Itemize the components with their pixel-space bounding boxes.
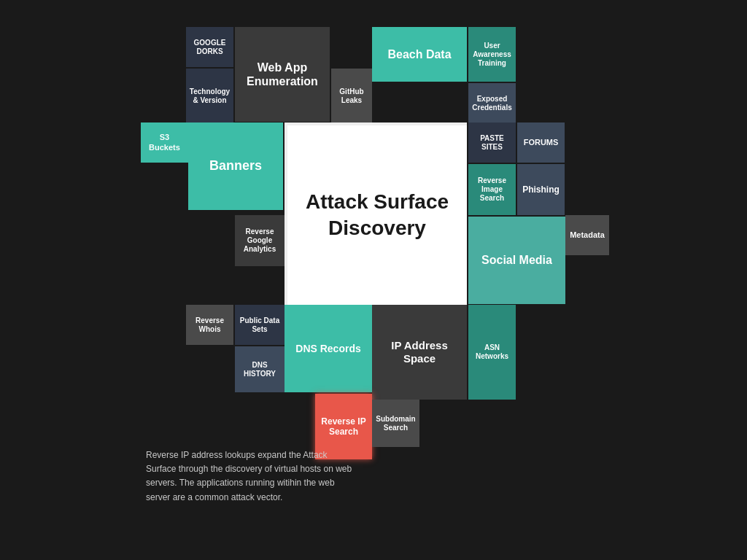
tile-label-asn-networks: ASN Networks [468, 341, 516, 364]
tile-label-s3-buckets: S3 Buckets [141, 130, 188, 155]
tile-metadata[interactable]: Metadata [565, 215, 609, 255]
tile-label-github-leaks: GitHub Leaks [331, 85, 372, 108]
tile-paste-sites[interactable]: PASTE SITES [468, 122, 516, 163]
tile-public-data-sets[interactable]: Public Data Sets [235, 305, 285, 345]
tile-label-reverse-ip: Reverse IP Search [315, 413, 372, 440]
tile-label-attack-surface: Attack Surface Discovery [287, 186, 467, 245]
tile-reverse-image[interactable]: Reverse Image Search [468, 164, 516, 215]
tile-label-metadata: Metadata [567, 228, 608, 243]
tile-google-dorks[interactable]: GOOGLE DORKS [186, 27, 233, 67]
tile-banners[interactable]: Banners [188, 122, 283, 210]
tile-label-dns-history: DNS HISTORY [235, 358, 285, 381]
tile-dns-history[interactable]: DNS HISTORY [235, 346, 285, 392]
tile-label-subdomain-search: Subdomain Search [372, 412, 419, 435]
tile-github-leaks[interactable]: GitHub Leaks [331, 69, 372, 123]
tile-social-media[interactable]: Social Media [468, 217, 565, 304]
tile-label-paste-sites: PASTE SITES [468, 131, 516, 155]
tile-label-social-media: Social Media [479, 250, 555, 270]
tile-reverse-google[interactable]: Reverse Google Analytics [235, 215, 285, 266]
tile-label-google-dorks: GOOGLE DORKS [186, 36, 233, 59]
tile-label-reverse-image: Reverse Image Search [468, 174, 516, 206]
tile-asn-networks[interactable]: ASN Networks [468, 305, 516, 400]
tile-forums[interactable]: FORUMS [517, 122, 565, 163]
tile-label-user-awareness: User Awareness Training [468, 39, 516, 71]
tile-label-tech-version: Technology & Version [186, 85, 233, 108]
tile-dns-records[interactable]: DNS Records [285, 305, 372, 392]
tile-exposed-creds[interactable]: Exposed Credentials [468, 83, 516, 123]
tile-label-public-data-sets: Public Data Sets [235, 314, 285, 337]
tile-beach-data[interactable]: Beach Data [372, 27, 467, 82]
tile-phishing[interactable]: Phishing [517, 164, 565, 215]
tile-label-phishing: Phishing [519, 182, 562, 198]
tile-label-reverse-whois: Reverse Whois [186, 314, 233, 337]
tile-user-awareness[interactable]: User Awareness Training [468, 27, 516, 82]
tile-label-banners: Banners [206, 155, 265, 177]
tile-reverse-whois[interactable]: Reverse Whois [186, 305, 233, 345]
tile-label-ip-address-space: IP Address Space [372, 336, 467, 368]
tile-subdomain-search[interactable]: Subdomain Search [372, 400, 419, 447]
tile-label-dns-records: DNS Records [293, 340, 363, 358]
description-text: Reverse IP address lookups expand the At… [146, 448, 357, 505]
tile-label-web-app-enum: Web App Enumeration [235, 58, 330, 91]
tile-label-exposed-creds: Exposed Credentials [468, 92, 516, 115]
tile-label-beach-data: Beach Data [384, 44, 454, 64]
tile-attack-surface[interactable]: Attack Surface Discovery [285, 122, 467, 305]
tile-label-forums: FORUMS [521, 135, 562, 150]
tile-label-reverse-google: Reverse Google Analytics [235, 225, 285, 257]
tile-web-app-enum[interactable]: Web App Enumeration [235, 27, 330, 122]
tile-ip-address-space[interactable]: IP Address Space [372, 305, 467, 400]
tile-s3-buckets[interactable]: S3 Buckets [141, 122, 188, 163]
tile-tech-version[interactable]: Technology & Version [186, 69, 233, 123]
